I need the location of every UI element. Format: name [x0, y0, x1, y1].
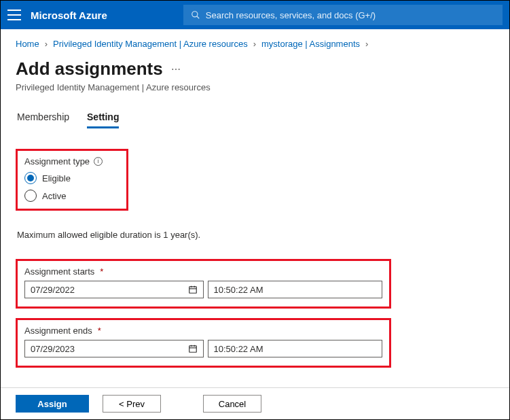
- breadcrumb-home[interactable]: Home: [16, 39, 39, 49]
- assignment-ends-inputs: 07/29/2023 10:50:22 AM: [24, 340, 382, 357]
- svg-rect-6: [189, 346, 196, 352]
- chevron-right-icon: ›: [365, 39, 368, 49]
- svg-rect-2: [189, 287, 196, 293]
- top-bar: Microsoft Azure: [1, 1, 509, 29]
- global-search[interactable]: [183, 5, 503, 25]
- assign-button[interactable]: Assign: [16, 395, 89, 413]
- search-input[interactable]: [206, 10, 495, 20]
- ends-time-input[interactable]: 10:50:22 AM: [208, 340, 383, 357]
- starts-time-value: 10:50:22 AM: [214, 285, 263, 295]
- assignment-type-radios: Eligible Active: [24, 172, 120, 202]
- assignment-ends-label-text: Assignment ends: [24, 326, 92, 336]
- radio-eligible-label: Eligible: [42, 173, 71, 183]
- radio-button-icon: [24, 172, 37, 184]
- assignment-starts-label: Assignment starts*: [24, 266, 382, 277]
- assignment-type-label-text: Assignment type: [24, 156, 90, 167]
- page-title: Add assignments: [16, 58, 163, 80]
- required-indicator: *: [98, 326, 101, 336]
- tab-membership[interactable]: Membership: [17, 111, 69, 128]
- radio-eligible[interactable]: Eligible: [24, 172, 120, 184]
- starts-date-input[interactable]: 07/29/2022: [24, 281, 204, 298]
- hamburger-icon[interactable]: [7, 10, 21, 20]
- breadcrumb: Home › Privileged Identity Management | …: [1, 29, 509, 54]
- cancel-button[interactable]: Cancel: [203, 395, 261, 413]
- ends-date-value: 07/29/2023: [31, 344, 75, 354]
- search-icon: [191, 10, 200, 20]
- starts-date-value: 07/29/2022: [31, 285, 75, 295]
- info-icon[interactable]: i: [94, 157, 103, 166]
- brand-label: Microsoft Azure: [31, 10, 107, 21]
- more-actions-icon[interactable]: ⋯: [171, 64, 182, 75]
- assignment-type-group: Assignment type i Eligible Active: [16, 149, 128, 211]
- radio-button-icon: [24, 190, 37, 202]
- required-indicator: *: [100, 266, 103, 277]
- tabs: Membership Setting: [1, 92, 509, 128]
- assignment-type-label: Assignment type i: [24, 156, 120, 167]
- ends-time-value: 10:50:22 AM: [214, 344, 263, 354]
- ends-date-input[interactable]: 07/29/2023: [24, 340, 204, 357]
- calendar-icon: [188, 285, 198, 294]
- svg-point-0: [192, 12, 198, 17]
- calendar-icon: [188, 344, 198, 353]
- tab-setting[interactable]: Setting: [87, 111, 119, 128]
- content-area: Assignment type i Eligible Active Maximu…: [1, 128, 509, 387]
- prev-button[interactable]: < Prev: [103, 395, 161, 413]
- chevron-right-icon: ›: [45, 39, 48, 49]
- assignment-starts-inputs: 07/29/2022 10:50:22 AM: [24, 281, 382, 298]
- duration-note: Maximum allowed eligible duration is 1 y…: [16, 230, 494, 240]
- assignment-ends-group: Assignment ends* 07/29/2023 10:50:22 AM: [16, 318, 391, 368]
- assignment-ends-label: Assignment ends*: [24, 326, 382, 336]
- starts-time-input[interactable]: 10:50:22 AM: [208, 281, 383, 298]
- page-subtitle: Privileged Identity Management | Azure r…: [1, 80, 509, 92]
- radio-active-label: Active: [42, 191, 66, 201]
- breadcrumb-pim[interactable]: Privileged Identity Management | Azure r…: [53, 39, 248, 49]
- page-title-row: Add assignments ⋯: [1, 54, 509, 80]
- assignment-starts-label-text: Assignment starts: [24, 266, 94, 277]
- radio-active[interactable]: Active: [24, 190, 120, 202]
- chevron-right-icon: ›: [253, 39, 256, 49]
- assignment-starts-group: Assignment starts* 07/29/2022 10:50:22 A…: [16, 259, 391, 309]
- footer-actions: Assign < Prev Cancel: [1, 387, 509, 419]
- svg-line-1: [197, 16, 200, 19]
- breadcrumb-mystorage[interactable]: mystorage | Assignments: [261, 39, 360, 49]
